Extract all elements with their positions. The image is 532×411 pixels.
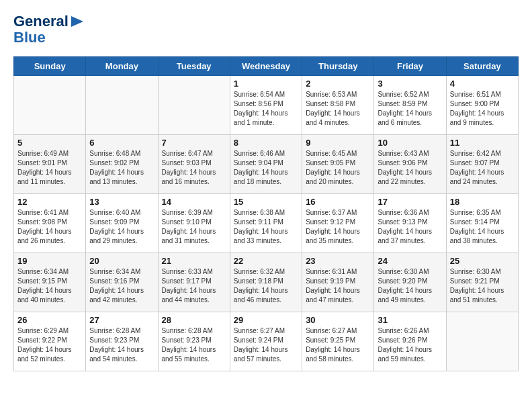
calendar-cell: 11 Sunrise: 6:42 AMSunset: 9:07 PMDaylig… <box>446 135 518 194</box>
calendar-cell: 2 Sunrise: 6:53 AMSunset: 8:58 PMDayligh… <box>302 76 374 135</box>
day-number: 16 <box>306 197 370 207</box>
calendar-cell: 27 Sunrise: 6:28 AMSunset: 9:23 PMDaylig… <box>86 312 158 371</box>
day-info: Sunrise: 6:30 AMSunset: 9:21 PMDaylight:… <box>450 267 515 305</box>
calendar-cell: 7 Sunrise: 6:47 AMSunset: 9:03 PMDayligh… <box>158 135 230 194</box>
calendar-cell <box>86 76 158 135</box>
day-info: Sunrise: 6:34 AMSunset: 9:15 PMDaylight:… <box>17 267 82 305</box>
day-number: 20 <box>89 256 154 266</box>
calendar-cell <box>14 76 86 135</box>
calendar-cell: 15 Sunrise: 6:38 AMSunset: 9:11 PMDaylig… <box>230 194 302 253</box>
day-number: 10 <box>378 138 442 148</box>
day-info: Sunrise: 6:43 AMSunset: 9:06 PMDaylight:… <box>378 149 442 187</box>
day-info: Sunrise: 6:42 AMSunset: 9:07 PMDaylight:… <box>450 149 515 187</box>
calendar-cell: 29 Sunrise: 6:27 AMSunset: 9:24 PMDaylig… <box>230 312 302 371</box>
weekday-header: Tuesday <box>158 57 230 76</box>
calendar-cell: 6 Sunrise: 6:48 AMSunset: 9:02 PMDayligh… <box>86 135 158 194</box>
calendar-cell: 25 Sunrise: 6:30 AMSunset: 9:21 PMDaylig… <box>446 253 518 312</box>
day-number: 5 <box>17 138 82 148</box>
day-number: 19 <box>17 256 82 266</box>
day-number: 1 <box>234 79 298 89</box>
calendar-cell: 22 Sunrise: 6:32 AMSunset: 9:18 PMDaylig… <box>230 253 302 312</box>
day-info: Sunrise: 6:53 AMSunset: 8:58 PMDaylight:… <box>306 90 370 128</box>
day-info: Sunrise: 6:46 AMSunset: 9:04 PMDaylight:… <box>234 149 298 187</box>
calendar-cell: 31 Sunrise: 6:26 AMSunset: 9:26 PMDaylig… <box>374 312 446 371</box>
day-number: 23 <box>306 256 370 266</box>
calendar-cell: 9 Sunrise: 6:45 AMSunset: 9:05 PMDayligh… <box>302 135 374 194</box>
calendar-cell: 14 Sunrise: 6:39 AMSunset: 9:10 PMDaylig… <box>158 194 230 253</box>
day-number: 11 <box>450 138 515 148</box>
day-number: 15 <box>234 197 298 207</box>
calendar-cell: 18 Sunrise: 6:35 AMSunset: 9:14 PMDaylig… <box>446 194 518 253</box>
calendar-week-row: 12 Sunrise: 6:41 AMSunset: 9:08 PMDaylig… <box>14 194 519 253</box>
calendar-cell: 16 Sunrise: 6:37 AMSunset: 9:12 PMDaylig… <box>302 194 374 253</box>
calendar-table: SundayMondayTuesdayWednesdayThursdayFrid… <box>13 56 519 371</box>
day-info: Sunrise: 6:36 AMSunset: 9:13 PMDaylight:… <box>378 208 442 246</box>
day-number: 7 <box>162 138 226 148</box>
calendar-cell: 26 Sunrise: 6:29 AMSunset: 9:22 PMDaylig… <box>14 312 86 371</box>
calendar-cell: 23 Sunrise: 6:31 AMSunset: 9:19 PMDaylig… <box>302 253 374 312</box>
day-info: Sunrise: 6:33 AMSunset: 9:17 PMDaylight:… <box>162 267 226 305</box>
calendar-cell: 5 Sunrise: 6:49 AMSunset: 9:01 PMDayligh… <box>14 135 86 194</box>
calendar-cell <box>158 76 230 135</box>
day-number: 12 <box>17 197 82 207</box>
calendar-cell: 24 Sunrise: 6:30 AMSunset: 9:20 PMDaylig… <box>374 253 446 312</box>
day-number: 8 <box>234 138 298 148</box>
svg-marker-0 <box>71 16 83 27</box>
day-info: Sunrise: 6:37 AMSunset: 9:12 PMDaylight:… <box>306 208 370 246</box>
weekday-header: Sunday <box>14 57 86 76</box>
day-info: Sunrise: 6:48 AMSunset: 9:02 PMDaylight:… <box>89 149 154 187</box>
day-info: Sunrise: 6:31 AMSunset: 9:19 PMDaylight:… <box>306 267 370 305</box>
day-number: 2 <box>306 79 370 89</box>
day-number: 29 <box>234 315 298 325</box>
calendar-cell: 21 Sunrise: 6:33 AMSunset: 9:17 PMDaylig… <box>158 253 230 312</box>
day-number: 18 <box>450 197 515 207</box>
weekday-header: Saturday <box>446 57 518 76</box>
day-info: Sunrise: 6:28 AMSunset: 9:23 PMDaylight:… <box>162 326 226 364</box>
calendar-week-row: 5 Sunrise: 6:49 AMSunset: 9:01 PMDayligh… <box>14 135 519 194</box>
calendar-week-row: 26 Sunrise: 6:29 AMSunset: 9:22 PMDaylig… <box>14 312 519 371</box>
weekday-header: Friday <box>374 57 446 76</box>
calendar-cell: 28 Sunrise: 6:28 AMSunset: 9:23 PMDaylig… <box>158 312 230 371</box>
day-number: 31 <box>378 315 442 325</box>
weekday-header: Thursday <box>302 57 374 76</box>
day-number: 14 <box>162 197 226 207</box>
calendar-cell: 12 Sunrise: 6:41 AMSunset: 9:08 PMDaylig… <box>14 194 86 253</box>
day-info: Sunrise: 6:35 AMSunset: 9:14 PMDaylight:… <box>450 208 515 246</box>
day-info: Sunrise: 6:34 AMSunset: 9:16 PMDaylight:… <box>89 267 154 305</box>
day-info: Sunrise: 6:49 AMSunset: 9:01 PMDaylight:… <box>17 149 82 187</box>
day-info: Sunrise: 6:28 AMSunset: 9:23 PMDaylight:… <box>89 326 154 364</box>
weekday-header: Monday <box>86 57 158 76</box>
weekday-header: Wednesday <box>230 57 302 76</box>
day-number: 25 <box>450 256 515 266</box>
day-info: Sunrise: 6:51 AMSunset: 9:00 PMDaylight:… <box>450 90 515 128</box>
day-number: 3 <box>378 79 442 89</box>
day-info: Sunrise: 6:54 AMSunset: 8:56 PMDaylight:… <box>234 90 298 128</box>
day-number: 24 <box>378 256 442 266</box>
day-number: 4 <box>450 79 515 89</box>
day-number: 9 <box>306 138 370 148</box>
day-info: Sunrise: 6:39 AMSunset: 9:10 PMDaylight:… <box>162 208 226 246</box>
calendar-cell: 3 Sunrise: 6:52 AMSunset: 8:59 PMDayligh… <box>374 76 446 135</box>
day-number: 30 <box>306 315 370 325</box>
page-header: GeneralBlue <box>13 13 519 46</box>
calendar-cell: 17 Sunrise: 6:36 AMSunset: 9:13 PMDaylig… <box>374 194 446 253</box>
calendar-week-row: 1 Sunrise: 6:54 AMSunset: 8:56 PMDayligh… <box>14 76 519 135</box>
logo: GeneralBlue <box>13 13 85 46</box>
day-info: Sunrise: 6:30 AMSunset: 9:20 PMDaylight:… <box>378 267 442 305</box>
calendar-cell: 1 Sunrise: 6:54 AMSunset: 8:56 PMDayligh… <box>230 76 302 135</box>
calendar-week-row: 19 Sunrise: 6:34 AMSunset: 9:15 PMDaylig… <box>14 253 519 312</box>
calendar-cell: 30 Sunrise: 6:27 AMSunset: 9:25 PMDaylig… <box>302 312 374 371</box>
day-number: 13 <box>89 197 154 207</box>
day-info: Sunrise: 6:52 AMSunset: 8:59 PMDaylight:… <box>378 90 442 128</box>
calendar-cell: 8 Sunrise: 6:46 AMSunset: 9:04 PMDayligh… <box>230 135 302 194</box>
calendar-cell: 13 Sunrise: 6:40 AMSunset: 9:09 PMDaylig… <box>86 194 158 253</box>
day-info: Sunrise: 6:26 AMSunset: 9:26 PMDaylight:… <box>378 326 442 364</box>
day-number: 28 <box>162 315 226 325</box>
calendar-cell <box>446 312 518 371</box>
day-info: Sunrise: 6:29 AMSunset: 9:22 PMDaylight:… <box>17 326 82 364</box>
weekday-header-row: SundayMondayTuesdayWednesdayThursdayFrid… <box>14 57 519 76</box>
day-info: Sunrise: 6:40 AMSunset: 9:09 PMDaylight:… <box>89 208 154 246</box>
day-info: Sunrise: 6:41 AMSunset: 9:08 PMDaylight:… <box>17 208 82 246</box>
day-info: Sunrise: 6:32 AMSunset: 9:18 PMDaylight:… <box>234 267 298 305</box>
calendar-cell: 19 Sunrise: 6:34 AMSunset: 9:15 PMDaylig… <box>14 253 86 312</box>
